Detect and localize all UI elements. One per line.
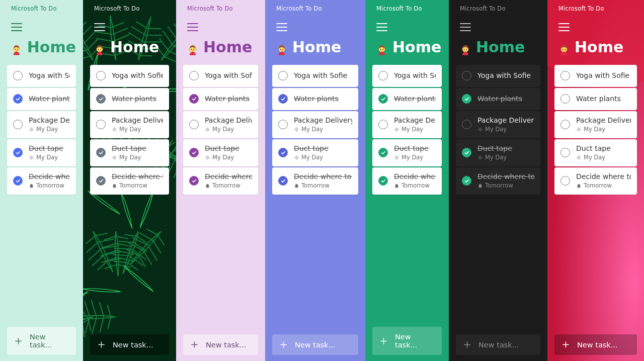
- task-meta-duedate: Tomorrow: [29, 182, 70, 189]
- task-complete-toggle[interactable]: [378, 120, 388, 129]
- task-complete-toggle[interactable]: [278, 176, 288, 186]
- list-title[interactable]: Home: [276, 38, 358, 56]
- task-complete-toggle[interactable]: [378, 71, 388, 80]
- task-row[interactable]: Water plants: [456, 88, 540, 110]
- task-row[interactable]: Water plants: [554, 88, 637, 110]
- new-task-input[interactable]: New task...: [7, 327, 76, 355]
- task-complete-toggle[interactable]: [278, 94, 288, 104]
- task-complete-toggle[interactable]: [189, 71, 199, 80]
- app-title: Microsoft To Do: [187, 5, 258, 12]
- task-complete-toggle[interactable]: [378, 94, 388, 104]
- task-complete-toggle[interactable]: [189, 176, 199, 186]
- hamburger-icon[interactable]: [187, 23, 198, 31]
- list-title[interactable]: Home: [558, 38, 637, 56]
- task-row[interactable]: Package DeliveryMy Day: [183, 111, 258, 138]
- task-row[interactable]: Decide where to go for the weekendTomorr…: [554, 167, 637, 195]
- task-row[interactable]: Water plants: [90, 88, 169, 110]
- task-row[interactable]: Decide where to go for the weekendTomorr…: [7, 167, 76, 195]
- list-title[interactable]: Home: [460, 38, 540, 56]
- task-complete-toggle[interactable]: [96, 71, 106, 80]
- task-complete-toggle[interactable]: [462, 94, 471, 104]
- task-complete-toggle[interactable]: [462, 148, 471, 157]
- task-complete-toggle[interactable]: [560, 176, 570, 186]
- new-task-input[interactable]: New task...: [183, 334, 258, 355]
- task-row[interactable]: Decide where to go for the weekendTomorr…: [183, 167, 258, 195]
- hamburger-icon[interactable]: [11, 23, 22, 31]
- task-complete-toggle[interactable]: [96, 120, 106, 129]
- task-row[interactable]: Package DeliveryMy Day: [272, 111, 358, 138]
- task-row[interactable]: Water plants: [372, 88, 442, 110]
- task-row[interactable]: Water plants: [7, 88, 76, 110]
- task-complete-toggle[interactable]: [96, 176, 106, 186]
- new-task-input[interactable]: New task...: [272, 334, 358, 355]
- task-complete-toggle[interactable]: [560, 71, 570, 80]
- new-task-input[interactable]: New task...: [456, 334, 540, 355]
- task-row[interactable]: Duct tapeMy Day: [554, 139, 637, 166]
- new-task-input[interactable]: New task...: [554, 334, 637, 355]
- list-title[interactable]: Home: [376, 38, 442, 56]
- list-title[interactable]: Home: [11, 38, 76, 56]
- task-complete-toggle[interactable]: [560, 148, 570, 157]
- task-row[interactable]: Water plants: [183, 88, 258, 110]
- task-row[interactable]: Duct tapeMy Day: [372, 139, 442, 166]
- task-row[interactable]: Duct tapeMy Day: [272, 139, 358, 166]
- hamburger-icon[interactable]: [376, 23, 387, 31]
- task-row[interactable]: Duct tapeMy Day: [7, 139, 76, 166]
- task-row[interactable]: Package DeliveryMy Day: [7, 111, 76, 138]
- task-complete-toggle[interactable]: [13, 148, 23, 157]
- task-row[interactable]: Yoga with Sofie: [183, 65, 258, 87]
- task-row[interactable]: Duct tapeMy Day: [183, 139, 258, 166]
- bell-icon: [576, 183, 582, 189]
- task-complete-toggle[interactable]: [560, 94, 570, 104]
- task-complete-toggle[interactable]: [278, 148, 288, 157]
- task-row[interactable]: Yoga with Sofie: [456, 65, 540, 87]
- svg-point-47: [578, 128, 580, 130]
- task-complete-toggle[interactable]: [189, 94, 199, 104]
- new-task-input[interactable]: New task...: [372, 327, 442, 355]
- task-complete-toggle[interactable]: [378, 176, 388, 186]
- task-complete-toggle[interactable]: [189, 120, 199, 129]
- task-row[interactable]: Package DeliveryMy Day: [456, 111, 540, 138]
- task-complete-toggle[interactable]: [13, 176, 23, 186]
- app-title: Microsoft To Do: [94, 5, 169, 12]
- task-row[interactable]: Duct tapeMy Day: [90, 139, 169, 166]
- task-complete-toggle[interactable]: [462, 176, 471, 186]
- task-complete-toggle[interactable]: [278, 71, 288, 80]
- task-complete-toggle[interactable]: [13, 120, 23, 129]
- task-row[interactable]: Decide where to go for the weekendTomorr…: [272, 167, 358, 195]
- task-row[interactable]: Package DeliveryMy Day: [554, 111, 637, 138]
- task-complete-toggle[interactable]: [96, 148, 106, 157]
- task-row[interactable]: Decide where to go for the weekendTomorr…: [456, 167, 540, 195]
- task-complete-toggle[interactable]: [13, 94, 23, 104]
- task-row[interactable]: Yoga with Sofie: [372, 65, 442, 87]
- task-complete-toggle[interactable]: [278, 120, 288, 129]
- task-complete-toggle[interactable]: [13, 71, 23, 80]
- task-complete-toggle[interactable]: [96, 94, 106, 104]
- task-row[interactable]: Yoga with Sofie: [90, 65, 169, 87]
- new-task-input[interactable]: New task...: [90, 334, 169, 355]
- svg-point-16: [191, 49, 192, 50]
- task-row[interactable]: Package DeliveryMy Day: [90, 111, 169, 138]
- task-complete-toggle[interactable]: [462, 120, 471, 129]
- hamburger-icon[interactable]: [558, 23, 570, 31]
- svg-point-1: [15, 49, 16, 50]
- hamburger-icon[interactable]: [460, 23, 471, 31]
- task-row[interactable]: Yoga with Sofie: [554, 65, 637, 87]
- task-row[interactable]: Decide where to go for the weekendTomorr…: [90, 167, 169, 195]
- task-complete-toggle[interactable]: [378, 148, 388, 157]
- task-meta-duedate: Tomorrow: [294, 182, 352, 189]
- hamburger-icon[interactable]: [94, 23, 105, 31]
- hamburger-icon[interactable]: [276, 23, 287, 31]
- task-complete-toggle[interactable]: [189, 148, 199, 157]
- task-row[interactable]: Package DeliveryMy Day: [372, 111, 442, 138]
- task-row[interactable]: Yoga with Sofie: [272, 65, 358, 87]
- task-row[interactable]: Yoga with Sofie: [7, 65, 76, 87]
- task-complete-toggle[interactable]: [462, 71, 471, 80]
- list-title[interactable]: Home: [187, 38, 258, 56]
- list-title[interactable]: Home: [94, 38, 169, 56]
- sun-icon: [29, 155, 34, 160]
- task-row[interactable]: Decide where to go for the weekendTomorr…: [372, 167, 442, 195]
- task-row[interactable]: Duct tapeMy Day: [456, 139, 540, 166]
- task-row[interactable]: Water plants: [272, 88, 358, 110]
- task-complete-toggle[interactable]: [560, 120, 570, 129]
